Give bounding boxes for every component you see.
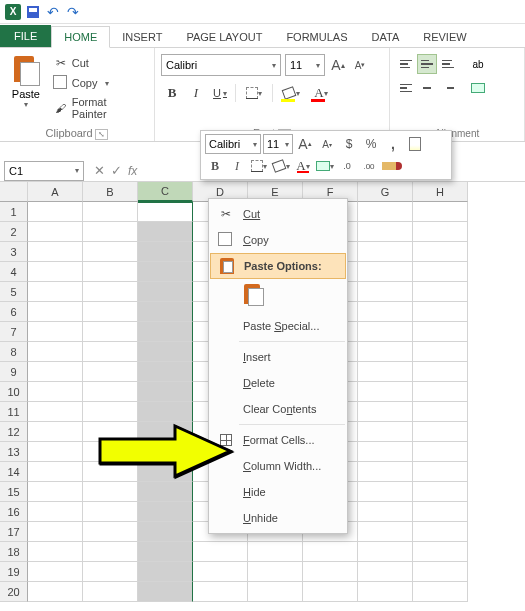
- row-header-9[interactable]: 9: [0, 362, 28, 382]
- cell-C1[interactable]: [138, 202, 193, 222]
- cell-G17[interactable]: [358, 522, 413, 542]
- cell-A6[interactable]: [28, 302, 83, 322]
- column-header-H[interactable]: H: [413, 182, 468, 202]
- row-header-10[interactable]: 10: [0, 382, 28, 402]
- format-painter-button[interactable]: Format Painter: [50, 94, 148, 122]
- align-right-button[interactable]: [438, 78, 458, 98]
- cell-H12[interactable]: [413, 422, 468, 442]
- row-header-17[interactable]: 17: [0, 522, 28, 542]
- mini-grow-font-icon[interactable]: A▴: [295, 134, 315, 154]
- menu-insert[interactable]: Insert: [209, 344, 347, 370]
- cell-A4[interactable]: [28, 262, 83, 282]
- wrap-text-button[interactable]: ab: [468, 54, 488, 74]
- cell-C17[interactable]: [138, 522, 193, 542]
- enter-icon[interactable]: ✓: [111, 163, 122, 178]
- cut-button[interactable]: Cut: [50, 54, 148, 72]
- row-header-20[interactable]: 20: [0, 582, 28, 602]
- cell-B20[interactable]: [83, 582, 138, 602]
- cell-C20[interactable]: [138, 582, 193, 602]
- cell-H1[interactable]: [413, 202, 468, 222]
- cell-A1[interactable]: [28, 202, 83, 222]
- cell-C9[interactable]: [138, 362, 193, 382]
- cell-B4[interactable]: [83, 262, 138, 282]
- cell-B19[interactable]: [83, 562, 138, 582]
- cell-H4[interactable]: [413, 262, 468, 282]
- undo-icon[interactable]: [44, 3, 62, 21]
- mini-merge-button[interactable]: ▾: [315, 156, 335, 176]
- cell-H2[interactable]: [413, 222, 468, 242]
- grow-font-icon[interactable]: A▴: [329, 56, 347, 74]
- cell-B9[interactable]: [83, 362, 138, 382]
- underline-button[interactable]: U▾: [209, 82, 231, 104]
- fill-color-button[interactable]: ▾: [277, 82, 305, 104]
- cell-G12[interactable]: [358, 422, 413, 442]
- cell-H15[interactable]: [413, 482, 468, 502]
- copy-button[interactable]: Copy▾: [50, 74, 148, 92]
- tab-file[interactable]: FILE: [0, 25, 51, 47]
- row-header-14[interactable]: 14: [0, 462, 28, 482]
- row-header-16[interactable]: 16: [0, 502, 28, 522]
- cell-G13[interactable]: [358, 442, 413, 462]
- mini-italic-button[interactable]: I: [227, 156, 247, 176]
- cell-B7[interactable]: [83, 322, 138, 342]
- mini-bold-button[interactable]: B: [205, 156, 225, 176]
- mini-border-button[interactable]: ▾: [249, 156, 269, 176]
- cell-H6[interactable]: [413, 302, 468, 322]
- name-box[interactable]: C1▾: [4, 161, 84, 181]
- cell-B18[interactable]: [83, 542, 138, 562]
- align-middle-button[interactable]: [417, 54, 437, 74]
- paste-option-default[interactable]: [239, 281, 269, 309]
- cell-C5[interactable]: [138, 282, 193, 302]
- cell-B3[interactable]: [83, 242, 138, 262]
- cell-G16[interactable]: [358, 502, 413, 522]
- shrink-font-icon[interactable]: A▾: [351, 56, 369, 74]
- align-top-button[interactable]: [396, 54, 416, 74]
- cell-G15[interactable]: [358, 482, 413, 502]
- redo-icon[interactable]: [64, 3, 82, 21]
- row-header-15[interactable]: 15: [0, 482, 28, 502]
- cell-A16[interactable]: [28, 502, 83, 522]
- cell-A2[interactable]: [28, 222, 83, 242]
- cell-B1[interactable]: [83, 202, 138, 222]
- cell-H5[interactable]: [413, 282, 468, 302]
- row-header-3[interactable]: 3: [0, 242, 28, 262]
- cell-H9[interactable]: [413, 362, 468, 382]
- cell-E19[interactable]: [248, 562, 303, 582]
- menu-delete[interactable]: Delete: [209, 370, 347, 396]
- cell-G6[interactable]: [358, 302, 413, 322]
- cell-G1[interactable]: [358, 202, 413, 222]
- cell-D20[interactable]: [193, 582, 248, 602]
- column-header-B[interactable]: B: [83, 182, 138, 202]
- row-header-7[interactable]: 7: [0, 322, 28, 342]
- row-header-12[interactable]: 12: [0, 422, 28, 442]
- cell-A9[interactable]: [28, 362, 83, 382]
- tab-formulas[interactable]: FORMULAS: [274, 27, 359, 47]
- cell-C15[interactable]: [138, 482, 193, 502]
- font-color-button[interactable]: A▾: [307, 82, 335, 104]
- cell-A14[interactable]: [28, 462, 83, 482]
- cell-A3[interactable]: [28, 242, 83, 262]
- mini-format-painter-icon[interactable]: [381, 156, 401, 176]
- cell-D19[interactable]: [193, 562, 248, 582]
- mini-size-select[interactable]: 11▾: [263, 134, 293, 154]
- cell-A11[interactable]: [28, 402, 83, 422]
- cell-H8[interactable]: [413, 342, 468, 362]
- cell-C4[interactable]: [138, 262, 193, 282]
- mini-format-icon[interactable]: [405, 134, 425, 154]
- cell-A20[interactable]: [28, 582, 83, 602]
- row-header-19[interactable]: 19: [0, 562, 28, 582]
- cell-C8[interactable]: [138, 342, 193, 362]
- cell-B10[interactable]: [83, 382, 138, 402]
- cell-H19[interactable]: [413, 562, 468, 582]
- mini-comma-icon[interactable]: [383, 134, 403, 154]
- tab-data[interactable]: DATA: [360, 27, 412, 47]
- tab-insert[interactable]: INSERT: [110, 27, 174, 47]
- mini-percent-icon[interactable]: [361, 134, 381, 154]
- align-center-button[interactable]: [417, 78, 437, 98]
- cell-G20[interactable]: [358, 582, 413, 602]
- select-all-corner[interactable]: [0, 182, 28, 202]
- cell-G3[interactable]: [358, 242, 413, 262]
- cell-A7[interactable]: [28, 322, 83, 342]
- menu-paste-special[interactable]: Paste Special...: [209, 313, 347, 339]
- row-header-5[interactable]: 5: [0, 282, 28, 302]
